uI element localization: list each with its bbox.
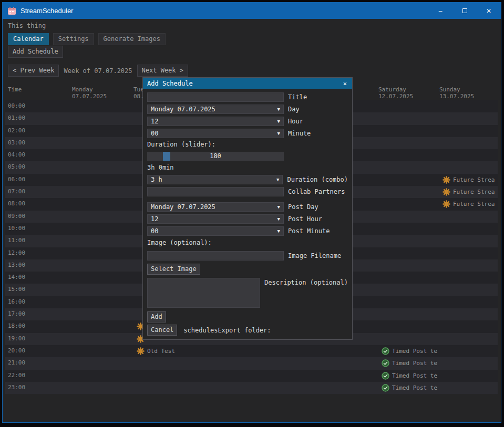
day-date: 13.07.2025 — [439, 93, 474, 100]
hour-combobox[interactable]: 12 ▼ — [147, 117, 284, 126]
time-label: 06:00 — [8, 176, 25, 183]
time-label: 18:00 — [8, 322, 25, 329]
chevron-down-icon: ▼ — [276, 177, 279, 182]
dialog-title-bar[interactable]: Add Schedule ✕ — [143, 78, 352, 89]
duration-slider-value: 180 — [147, 152, 284, 161]
hour-combobox-value: 12 — [151, 118, 158, 125]
minute-combobox[interactable]: 00 ▼ — [147, 129, 284, 138]
maximize-button[interactable] — [452, 3, 477, 19]
schedule-entry[interactable]: Timed Post te — [382, 345, 496, 357]
time-label: 12:00 — [8, 249, 25, 256]
time-label: 23:00 — [8, 384, 25, 391]
timed-check-icon — [382, 372, 389, 380]
add-schedule-button[interactable]: Add Schedule — [8, 46, 63, 58]
close-button[interactable]: ✕ — [477, 3, 501, 19]
schedule-entry-title: Future Strea — [453, 189, 495, 195]
chevron-down-icon: ▼ — [277, 204, 280, 210]
dialog-close-icon[interactable]: ✕ — [342, 80, 348, 87]
duration-slider[interactable]: 180 — [147, 152, 284, 161]
tab-settings[interactable]: Settings — [53, 33, 94, 45]
time-label: 03:00 — [8, 139, 25, 146]
time-label: 01:00 — [8, 114, 25, 121]
schedule-entry[interactable]: Future Strea — [443, 174, 496, 186]
time-column-header: Time — [8, 86, 22, 93]
day-column-header: Saturday12.07.2025 — [378, 86, 413, 100]
day-name: Monday — [72, 86, 107, 93]
time-label: 16:00 — [8, 298, 25, 305]
timed-check-icon — [382, 347, 389, 355]
add-button[interactable]: Add — [147, 311, 166, 322]
dialog-title: Add Schedule — [147, 80, 193, 87]
post-hour-combobox-value: 12 — [151, 215, 158, 223]
chevron-down-icon: ▼ — [277, 119, 280, 124]
menu-item-this-thing[interactable]: This thing — [8, 22, 46, 29]
minute-combobox-value: 00 — [151, 130, 158, 137]
day-date: 12.07.2025 — [378, 93, 413, 100]
collab-partners-input[interactable] — [147, 187, 284, 196]
time-label: 09:00 — [8, 213, 25, 220]
dialog-body: Title Monday 07.07.2025 ▼ Day 12 ▼ Hour … — [143, 89, 352, 336]
image-filename-label: Image Filename — [288, 252, 341, 259]
title-bar: StreamScheduler – ✕ — [3, 3, 501, 19]
next-week-button[interactable]: Next Week > — [137, 65, 188, 77]
time-label: 04:00 — [8, 151, 25, 158]
stream-star-icon — [443, 200, 450, 208]
schedule-entry-title: Timed Post te — [392, 384, 437, 391]
week-navigation: < Prev Week Week of 07.07.2025 Next Week… — [8, 65, 188, 77]
chevron-down-icon: ▼ — [277, 107, 280, 112]
timed-check-icon — [382, 384, 389, 392]
schedules-export-folder-label: schedulesExport folder: — [183, 327, 271, 334]
time-label: 10:00 — [8, 225, 25, 232]
minute-field-label: Minute — [288, 130, 311, 137]
day-combobox[interactable]: Monday 07.07.2025 ▼ — [147, 105, 284, 114]
schedule-entry[interactable]: Future Strea — [443, 186, 496, 198]
duration-slider-label: Duration (slider): — [147, 141, 348, 148]
chevron-down-icon: ▼ — [277, 131, 280, 136]
chevron-down-icon: ▼ — [277, 228, 280, 234]
cancel-button[interactable]: Cancel — [147, 325, 177, 336]
title-input[interactable] — [147, 92, 284, 102]
time-label: 14:00 — [8, 274, 25, 280]
time-label: 02:00 — [8, 127, 25, 134]
description-textarea[interactable] — [147, 278, 260, 308]
stream-star-icon — [443, 176, 450, 184]
time-label: 15:00 — [8, 286, 25, 293]
window-title: StreamScheduler — [20, 7, 73, 15]
duration-combobox-value: 3 h — [151, 176, 162, 183]
duration-combobox[interactable]: 3 h ▼ — [147, 175, 283, 184]
prev-week-button[interactable]: < Prev Week — [8, 65, 59, 77]
add-schedule-dialog: Add Schedule ✕ Title Monday 07.07.2025 ▼… — [142, 77, 353, 340]
schedule-entry-title: Old Test — [147, 348, 175, 355]
image-section-label: Image (optional): — [147, 239, 348, 246]
chevron-down-icon: ▼ — [277, 216, 280, 222]
week-of-label: Week of 07.07.2025 — [63, 67, 133, 75]
schedule-entry-title: Timed Post te — [392, 372, 437, 379]
post-hour-combobox[interactable]: 12 ▼ — [147, 214, 284, 224]
time-label: 13:00 — [8, 262, 25, 268]
description-label: Description (optional) — [264, 279, 348, 286]
post-minute-label: Post Minute — [288, 227, 330, 235]
day-column-header: Sunday13.07.2025 — [439, 86, 474, 100]
tab-generate-images[interactable]: Generate Images — [98, 33, 166, 45]
time-label: 08:00 — [8, 200, 25, 207]
time-label: 00:00 — [8, 102, 25, 109]
schedule-entry[interactable]: Timed Post te — [382, 370, 496, 382]
time-label: 22:00 — [8, 372, 25, 379]
schedule-entry[interactable]: Future Strea — [443, 198, 496, 210]
time-label: 07:00 — [8, 188, 25, 195]
day-name: Saturday — [378, 86, 413, 93]
day-column-header: Monday07.07.2025 — [72, 86, 107, 100]
schedule-entry[interactable]: Timed Post te — [382, 357, 496, 369]
post-day-combobox-value: Monday 07.07.2025 — [151, 203, 215, 211]
schedule-entry-title: Timed Post te — [392, 348, 437, 355]
post-day-combobox[interactable]: Monday 07.07.2025 ▼ — [147, 202, 284, 212]
tab-calendar[interactable]: Calendar — [8, 33, 49, 45]
minimize-button[interactable]: – — [428, 3, 452, 19]
select-image-button[interactable]: Select Image — [147, 264, 200, 275]
stream-star-icon — [137, 347, 145, 355]
app-window: StreamScheduler – ✕ This thing Calendar … — [2, 2, 501, 423]
time-label: 17:00 — [8, 310, 25, 317]
schedule-entry[interactable]: Timed Post te — [382, 382, 496, 394]
post-minute-combobox[interactable]: 00 ▼ — [147, 226, 284, 236]
image-filename-input[interactable] — [147, 251, 284, 261]
